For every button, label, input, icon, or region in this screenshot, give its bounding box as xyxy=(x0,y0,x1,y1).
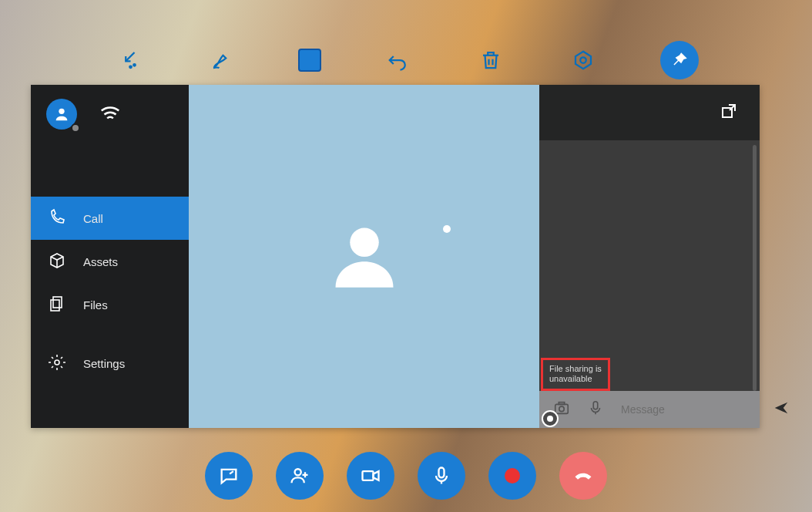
gear-icon xyxy=(48,353,66,374)
svg-rect-5 xyxy=(53,297,62,308)
trash-icon[interactable] xyxy=(475,45,506,76)
presence-indicator xyxy=(71,123,80,133)
annotation-toolbar xyxy=(0,37,812,83)
chat-header xyxy=(539,85,760,140)
remote-user-placeholder-icon xyxy=(326,217,403,297)
svg-point-11 xyxy=(559,406,564,411)
svg-point-3 xyxy=(580,57,586,63)
add-participant-button[interactable] xyxy=(276,452,324,500)
sidebar-item-label: Call xyxy=(83,212,103,225)
svg-rect-15 xyxy=(363,471,374,480)
popout-icon[interactable] xyxy=(720,102,738,123)
sidebar-item-settings[interactable]: Settings xyxy=(31,342,189,385)
sidebar-item-files[interactable]: Files xyxy=(31,283,189,326)
cursor-dot xyxy=(443,225,451,233)
chat-pane: File sharing is unavailable xyxy=(539,85,760,428)
shape-tool-icon[interactable] xyxy=(298,49,321,72)
svg-point-8 xyxy=(350,227,379,257)
svg-point-4 xyxy=(59,108,64,113)
mute-button[interactable] xyxy=(418,452,465,500)
sidebar-nav: Call Assets Files Settings xyxy=(31,197,189,385)
app-panel: Call Assets Files Settings xyxy=(31,85,760,428)
arrow-tool-icon[interactable] xyxy=(113,45,144,76)
sidebar-item-label: Settings xyxy=(83,357,125,370)
sidebar-item-call[interactable]: Call xyxy=(31,197,189,240)
svg-point-1 xyxy=(129,66,132,69)
svg-point-7 xyxy=(55,360,59,365)
sidebar-item-label: Files xyxy=(83,298,108,312)
undo-icon[interactable] xyxy=(383,45,414,76)
cube-icon xyxy=(48,251,66,272)
svg-rect-16 xyxy=(439,468,445,478)
svg-point-0 xyxy=(133,64,136,66)
chat-button[interactable] xyxy=(205,452,253,500)
tooltip-line: File sharing is xyxy=(549,364,602,375)
hangup-button[interactable] xyxy=(559,452,607,500)
record-button[interactable] xyxy=(488,452,536,500)
phone-icon xyxy=(48,208,66,229)
svg-rect-6 xyxy=(51,300,59,311)
tooltip-line: unavailable xyxy=(549,374,602,385)
sidebar-header xyxy=(31,85,189,143)
video-toggle-button[interactable] xyxy=(347,452,394,500)
video-pane xyxy=(189,85,539,428)
message-input[interactable] xyxy=(621,403,756,416)
file-sharing-tooltip: File sharing is unavailable xyxy=(541,358,610,392)
sidebar: Call Assets Files Settings xyxy=(31,85,189,428)
chat-input-row xyxy=(539,391,760,428)
files-icon xyxy=(48,295,66,315)
send-icon[interactable] xyxy=(773,399,790,419)
target-icon[interactable] xyxy=(568,45,599,76)
svg-rect-12 xyxy=(559,403,564,405)
sidebar-item-label: Assets xyxy=(83,255,118,268)
call-control-bar xyxy=(0,449,812,503)
svg-rect-13 xyxy=(593,402,598,409)
user-avatar[interactable] xyxy=(46,99,77,130)
svg-point-14 xyxy=(295,469,301,475)
svg-marker-2 xyxy=(575,52,591,69)
pin-button[interactable] xyxy=(660,41,699,79)
sidebar-item-assets[interactable]: Assets xyxy=(31,240,189,283)
microphone-icon[interactable] xyxy=(587,399,604,419)
connection-icon[interactable] xyxy=(99,101,122,127)
svg-rect-10 xyxy=(555,404,569,413)
pen-tool-icon[interactable] xyxy=(206,45,237,76)
chat-scrollbar[interactable] xyxy=(753,145,757,391)
chat-body: File sharing is unavailable xyxy=(539,140,760,428)
record-indicator-icon xyxy=(542,410,559,427)
